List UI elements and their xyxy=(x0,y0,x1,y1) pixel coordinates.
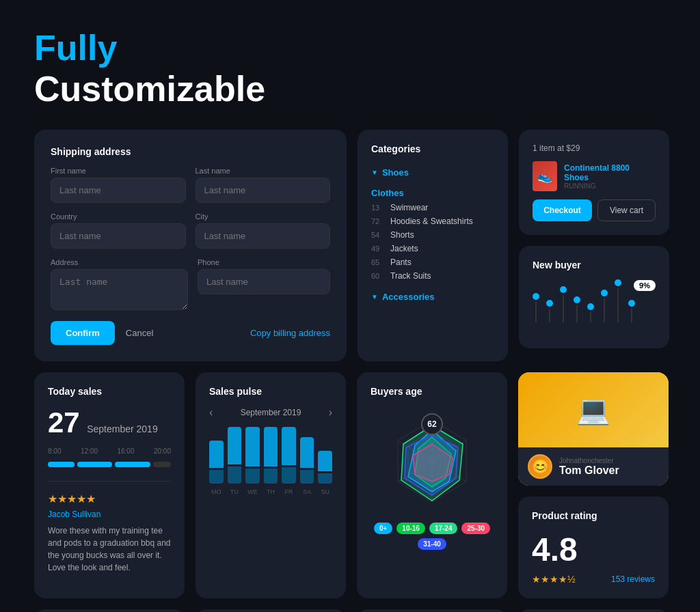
phone-input[interactable] xyxy=(198,269,330,294)
first-name-group: First name xyxy=(51,167,186,203)
first-name-input[interactable] xyxy=(51,178,186,203)
new-buyer-title: New buyer xyxy=(533,260,656,270)
dot-4 xyxy=(574,296,580,322)
confirm-button[interactable]: Confirm xyxy=(51,321,115,345)
last-name-group: Last name xyxy=(196,167,331,203)
last-name-input[interactable] xyxy=(196,178,331,203)
country-input[interactable] xyxy=(51,223,186,249)
age-tag-17: 17-24 xyxy=(429,523,458,534)
right-column: 1 item at $29 👟 Continental 8800 Shoes R… xyxy=(519,130,669,361)
hoodies-item[interactable]: 72 Hoodies & Sweatshirts xyxy=(371,214,494,228)
dot-7 xyxy=(615,279,621,322)
pulse-month: September 2019 xyxy=(241,408,301,417)
copy-billing-button[interactable]: Copy billing address xyxy=(250,328,330,338)
dot-8 xyxy=(628,300,635,322)
new-buyer-card: New buyer 9% xyxy=(519,246,669,348)
rating-stars: ★★★★½ xyxy=(532,574,576,585)
review-section: ★★★★★ Jacob Sullivan Wore these with my … xyxy=(48,481,171,574)
avatar: 😊 xyxy=(528,454,552,479)
shoes-category[interactable]: ▼ Shoes xyxy=(371,164,494,181)
contact-row: Address Phone xyxy=(51,258,330,310)
buyers-age-card: Buyers age 62 xyxy=(357,372,507,598)
laptop-image: 💻 xyxy=(518,372,669,447)
cancel-button[interactable]: Cancel xyxy=(126,328,153,338)
bottom-grid: Sold items Products filter Reset JACKETS… xyxy=(34,609,666,612)
bar-tu: TU xyxy=(228,427,242,495)
bar-we: WE xyxy=(245,427,260,495)
bar-sa: SA xyxy=(300,427,314,495)
sales-pulse-title: Sales pulse xyxy=(209,386,332,397)
rating-reviews: 153 reviews xyxy=(611,574,655,584)
swimwear-item[interactable]: 13 Swimwear xyxy=(371,201,494,214)
bar-su: SU xyxy=(318,427,332,495)
accessories-arrow-icon: ▼ xyxy=(371,293,378,301)
bar-fr: FR xyxy=(282,427,296,495)
review-stars: ★★★★★ xyxy=(48,492,171,505)
country-label: Country xyxy=(51,212,186,221)
tasks-list-card: Tasks list xyxy=(518,609,669,612)
jackets-item[interactable]: 49 Jackets xyxy=(371,242,494,255)
today-sales-card: Today sales 27 September 2019 8:00 12:00… xyxy=(34,372,185,598)
accessories-category[interactable]: ▼ Accessories xyxy=(371,288,494,305)
bar-1 xyxy=(48,462,75,467)
buyers-age-title: Buyers age xyxy=(371,386,494,397)
middle-grid: Today sales 27 September 2019 8:00 12:00… xyxy=(34,372,666,598)
today-sales-day: 27 xyxy=(48,406,80,439)
dot-6 xyxy=(601,290,608,322)
cart-item-info: Continental 8800 Shoes RUNNING xyxy=(564,163,656,190)
pants-item[interactable]: 65 Pants xyxy=(371,255,494,269)
view-cart-button[interactable]: View cart xyxy=(597,199,656,221)
reviewer-name: Jacob Sullivan xyxy=(48,510,171,519)
shipping-address-card: Shipping address First name Last name Co… xyxy=(34,130,347,361)
prev-month-button[interactable]: ‹ xyxy=(209,406,213,419)
categories-card: Categories ▼ Shoes Clothes 13 Swimwear 7… xyxy=(358,130,508,361)
address-group: Address xyxy=(51,258,188,310)
cart-item-image: 👟 xyxy=(533,161,557,191)
address-input[interactable] xyxy=(51,269,188,310)
city-input[interactable] xyxy=(196,223,331,249)
location-row: Country City xyxy=(51,212,330,249)
dot-3 xyxy=(560,286,567,322)
clothes-section[interactable]: Clothes xyxy=(371,188,494,198)
bar-4 xyxy=(153,462,171,467)
person-card: 💻 😊 Johnathonchester Tom Glover xyxy=(518,372,669,486)
form-actions: Confirm Cancel Copy billing address xyxy=(51,321,330,345)
rating-footer: ★★★★½ 153 reviews xyxy=(532,574,655,585)
categories-title: Categories xyxy=(371,143,494,154)
age-tag-25: 25-30 xyxy=(461,523,490,534)
product-rating-title: Product rating xyxy=(532,510,655,521)
products-filter-card: Products filter Reset xyxy=(196,609,346,612)
age-badge: 62 xyxy=(421,413,443,435)
cart-item-tag: RUNNING xyxy=(564,182,656,190)
age-legend: 0+ 10-16 17-24 25-30 31-40 xyxy=(371,523,494,550)
bar-mo: MO xyxy=(209,427,224,495)
today-sales-date-row: 27 September 2019 xyxy=(48,406,171,439)
bar-chart: MO TU WE TH FR xyxy=(209,427,332,509)
dot-2 xyxy=(546,300,553,322)
hero-subtitle: Customizable xyxy=(34,68,666,109)
dot-5 xyxy=(587,303,594,322)
cart-item-name: Continental 8800 Shoes xyxy=(564,163,656,182)
checkout-button[interactable]: Checkout xyxy=(533,199,592,221)
shorts-item[interactable]: 54 Shorts xyxy=(371,228,494,242)
next-month-button[interactable]: › xyxy=(329,406,332,419)
buyer-percentage-badge: 9% xyxy=(634,280,656,291)
accessories-label: Accessories xyxy=(382,292,435,302)
last-name-label: Last name xyxy=(196,167,331,175)
bar-2 xyxy=(77,462,113,467)
phone-label: Phone xyxy=(198,258,330,266)
person-name: Tom Glover xyxy=(559,464,619,477)
shipping-title: Shipping address xyxy=(51,146,330,157)
cart-actions: Checkout View cart xyxy=(533,199,656,221)
phone-group: Phone xyxy=(198,258,330,310)
product-rating-card: Product rating 4.8 ★★★★½ 153 reviews xyxy=(518,497,669,598)
radar-chart: 62 xyxy=(377,406,487,516)
sales-pulse-nav: ‹ September 2019 › xyxy=(209,406,332,419)
tracksuits-item[interactable]: 60 Track Suits xyxy=(371,269,494,283)
first-name-label: First name xyxy=(51,167,186,175)
age-tag-31: 31-40 xyxy=(418,538,446,550)
city-label: City xyxy=(196,212,331,221)
person-info: 😊 Johnathonchester Tom Glover xyxy=(518,447,669,486)
today-sales-month: September 2019 xyxy=(87,423,158,434)
age-tag-10: 10-16 xyxy=(396,523,425,534)
